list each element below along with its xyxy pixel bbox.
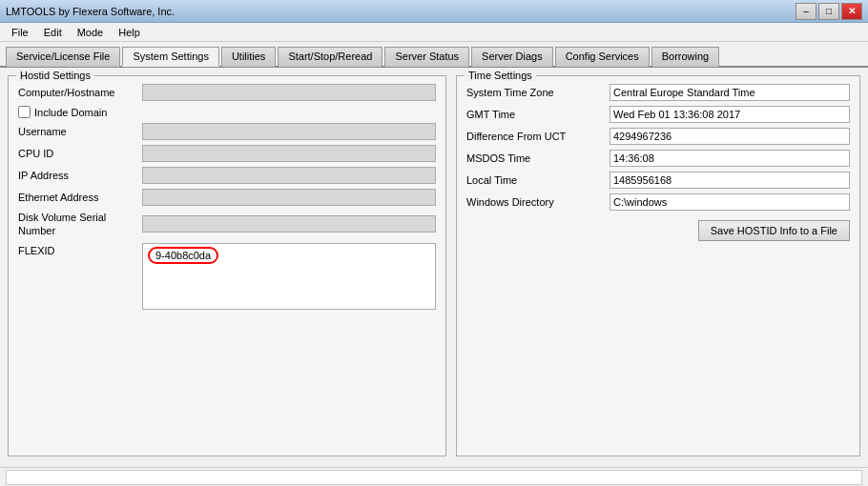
tab-server-diags[interactable]: Server Diags: [471, 47, 553, 67]
tab-start-stop-reread[interactable]: Start/Stop/Reread: [278, 47, 382, 67]
diskserial-input[interactable]: [142, 215, 436, 233]
local-time-value: 1485956168: [610, 172, 850, 189]
ipaddress-label: IP Address: [18, 170, 142, 181]
hostname-row: Computer/Hostname: [18, 84, 436, 101]
username-input[interactable]: [142, 123, 436, 140]
ethernet-row: Ethernet Address: [18, 189, 436, 206]
ipaddress-row: IP Address: [18, 167, 436, 184]
include-domain-label: Include Domain: [34, 107, 107, 118]
diff-uct-value: 4294967236: [610, 128, 850, 145]
hostid-panel: Hostid Settings Computer/Hostname Includ…: [8, 75, 446, 456]
local-time-row: Local Time 1485956168: [466, 172, 850, 189]
tab-server-status[interactable]: Server Status: [384, 47, 469, 67]
tab-utilities[interactable]: Utilities: [221, 47, 276, 67]
flexid-label: FLEXID: [18, 243, 142, 256]
tab-service-license[interactable]: Service/License File: [6, 47, 120, 67]
menu-bar: File Edit Mode Help: [0, 23, 868, 42]
flexid-value: 9-40b8c0da: [143, 244, 435, 267]
tab-borrowing[interactable]: Borrowing: [651, 47, 720, 67]
diff-uct-row: Difference From UCT 4294967236: [466, 128, 850, 145]
cpuid-label: CPU ID: [18, 148, 142, 159]
windows-dir-label: Windows Directory: [466, 196, 610, 208]
gmt-value: Wed Feb 01 13:36:08 2017: [610, 106, 850, 123]
gmt-row: GMT Time Wed Feb 01 13:36:08 2017: [466, 106, 850, 123]
local-time-label: Local Time: [466, 174, 610, 186]
maximize-button[interactable]: □: [818, 3, 839, 20]
time-group-title: Time Settings: [465, 70, 536, 81]
title-text: LMTOOLS by Flexera Software, Inc.: [6, 6, 796, 17]
ethernet-label: Ethernet Address: [18, 192, 142, 203]
username-row: Username: [18, 123, 436, 140]
menu-help[interactable]: Help: [111, 25, 148, 40]
diff-uct-label: Difference From UCT: [466, 131, 610, 142]
time-panel: Time Settings System Time Zone Central E…: [456, 75, 860, 456]
flexid-row: FLEXID 9-40b8c0da: [18, 243, 436, 310]
time-group: Time Settings System Time Zone Central E…: [456, 75, 860, 456]
windows-dir-row: Windows Directory C:\windows: [466, 193, 850, 211]
msdos-row: MSDOS Time 14:36:08: [466, 150, 850, 167]
msdos-value: 14:36:08: [610, 150, 850, 167]
title-bar: LMTOOLS by Flexera Software, Inc. – □ ✕: [0, 0, 868, 23]
hostname-label: Computer/Hostname: [18, 87, 142, 98]
timezone-row: System Time Zone Central Europe Standard…: [466, 84, 850, 101]
ipaddress-input[interactable]: [142, 167, 436, 184]
include-domain-checkbox[interactable]: [18, 106, 31, 118]
windows-dir-value: C:\windows: [610, 193, 850, 211]
tab-config-services[interactable]: Config Services: [555, 47, 650, 67]
menu-file[interactable]: File: [4, 25, 36, 40]
menu-mode[interactable]: Mode: [70, 25, 112, 40]
save-hostid-button[interactable]: Save HOSTID Info to a File: [698, 220, 850, 241]
cpuid-input[interactable]: [142, 145, 436, 162]
status-inner: [6, 470, 862, 485]
timezone-value: Central Europe Standard Time: [610, 84, 850, 101]
minimize-button[interactable]: –: [796, 3, 816, 20]
status-bar: [0, 467, 868, 486]
close-button[interactable]: ✕: [841, 3, 862, 20]
gmt-label: GMT Time: [466, 109, 610, 120]
include-domain-row: Include Domain: [18, 106, 436, 118]
username-label: Username: [18, 126, 142, 137]
timezone-label: System Time Zone: [466, 87, 610, 98]
tab-bar: Service/License File System Settings Uti…: [0, 42, 868, 68]
flexid-highlighted-value: 9-40b8c0da: [148, 247, 218, 264]
title-buttons: – □ ✕: [796, 3, 862, 20]
msdos-label: MSDOS Time: [466, 152, 610, 164]
hostname-input[interactable]: [142, 84, 436, 101]
main-content: Hostid Settings Computer/Hostname Includ…: [0, 68, 868, 464]
diskserial-label: Disk Volume SerialNumber: [18, 211, 142, 238]
tab-system-settings[interactable]: System Settings: [122, 47, 218, 67]
flexid-box[interactable]: 9-40b8c0da: [142, 243, 436, 310]
menu-edit[interactable]: Edit: [36, 25, 70, 40]
hostid-group: Hostid Settings Computer/Hostname Includ…: [8, 75, 446, 456]
cpuid-row: CPU ID: [18, 145, 436, 162]
diskserial-row: Disk Volume SerialNumber: [18, 211, 436, 238]
flexid-container: 9-40b8c0da: [142, 243, 436, 310]
hostid-group-title: Hostid Settings: [16, 70, 94, 81]
ethernet-input[interactable]: [142, 189, 436, 206]
